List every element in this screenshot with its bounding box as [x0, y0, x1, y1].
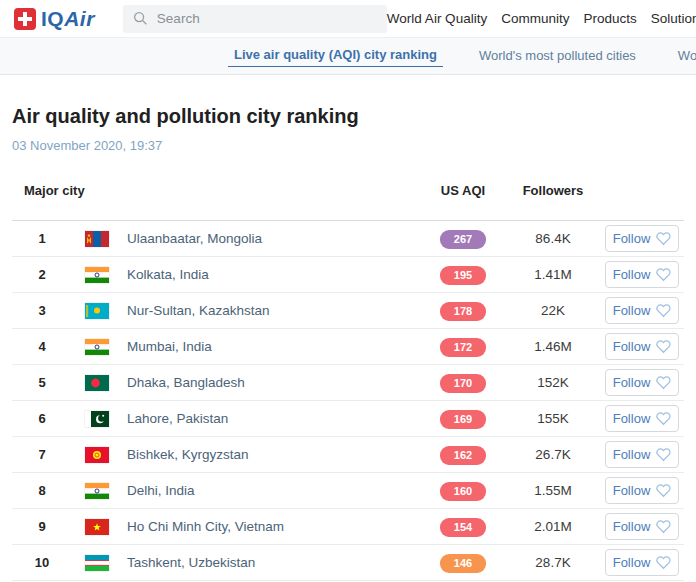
- aqi-badge: 178: [440, 302, 486, 321]
- aqi-badge: 160: [440, 482, 486, 501]
- heart-icon: [656, 375, 671, 390]
- rank-number: 4: [12, 339, 72, 354]
- table-row[interactable]: 4 Mumbai, India 172 1.46M Follow: [12, 329, 684, 365]
- city-link[interactable]: Mumbai, India: [116, 339, 418, 354]
- city-link[interactable]: Delhi, India: [116, 483, 418, 498]
- follow-label: Follow: [613, 375, 651, 390]
- page-content: Air quality and pollution city ranking 0…: [0, 75, 696, 581]
- column-header-us-aqi: US AQI: [418, 183, 508, 198]
- nav-world-air-quality[interactable]: World Air Quality: [387, 11, 487, 26]
- table-row[interactable]: 10 Tashkent, Uzbekistan 146 28.7K Follow: [12, 545, 684, 581]
- table-row[interactable]: 9 Ho Chi Minh City, Vietnam 154 2.01M Fo…: [12, 509, 684, 545]
- rank-number: 1: [12, 231, 72, 246]
- follow-label: Follow: [613, 519, 651, 534]
- table-row[interactable]: 8 Delhi, India 160 1.55M Follow: [12, 473, 684, 509]
- rank-number: 3: [12, 303, 72, 318]
- follow-label: Follow: [613, 303, 651, 318]
- city-link[interactable]: Ulaanbaatar, Mongolia: [116, 231, 418, 246]
- city-link[interactable]: Bishkek, Kyrgyzstan: [116, 447, 418, 462]
- nav-community[interactable]: Community: [501, 11, 569, 26]
- last-updated-timestamp: 03 November 2020, 19:37: [12, 138, 684, 153]
- follow-label: Follow: [613, 231, 651, 246]
- followers-count: 155K: [508, 411, 598, 426]
- column-header-major-city: Major city: [12, 183, 418, 198]
- rank-number: 10: [12, 555, 72, 570]
- follow-button[interactable]: Follow: [605, 369, 679, 396]
- table-row[interactable]: 7 Bishkek, Kyrgyzstan 162 26.7K Follow: [12, 437, 684, 473]
- flag-india-icon: [72, 339, 116, 355]
- heart-icon: [656, 339, 671, 354]
- search-input[interactable]: [157, 11, 377, 26]
- city-link[interactable]: Tashkent, Uzbekistan: [116, 555, 418, 570]
- aqi-badge: 162: [440, 446, 486, 465]
- follow-label: Follow: [613, 267, 651, 282]
- heart-icon: [656, 555, 671, 570]
- logo-text: IQAir: [41, 7, 95, 31]
- follow-label: Follow: [613, 483, 651, 498]
- flag-india-icon: [72, 483, 116, 499]
- follow-label: Follow: [613, 447, 651, 462]
- table-row[interactable]: 3 Nur-Sultan, Kazakhstan 178 22K Follow: [12, 293, 684, 329]
- flag-kazakhstan-icon: [72, 303, 116, 319]
- heart-icon: [656, 519, 671, 534]
- column-header-followers: Followers: [508, 183, 598, 198]
- tab-most-polluted-countries[interactable]: World's most polluted countries: [672, 46, 696, 67]
- followers-count: 1.55M: [508, 483, 598, 498]
- followers-count: 1.41M: [508, 267, 598, 282]
- nav-products[interactable]: Products: [583, 11, 636, 26]
- follow-label: Follow: [613, 411, 651, 426]
- aqi-badge: 267: [440, 230, 486, 249]
- followers-count: 86.4K: [508, 231, 598, 246]
- flag-india-icon: [72, 267, 116, 283]
- follow-button[interactable]: Follow: [605, 477, 679, 504]
- tab-most-polluted-cities[interactable]: World's most polluted cities: [473, 46, 642, 67]
- city-link[interactable]: Nur-Sultan, Kazakhstan: [116, 303, 418, 318]
- iqair-logo[interactable]: IQAir: [14, 7, 95, 31]
- table-row[interactable]: 5 Dhaka, Bangladesh 170 152K Follow: [12, 365, 684, 401]
- search-icon: [133, 11, 148, 26]
- followers-count: 26.7K: [508, 447, 598, 462]
- follow-button[interactable]: Follow: [605, 549, 679, 576]
- aqi-badge: 170: [440, 374, 486, 393]
- follow-label: Follow: [613, 555, 651, 570]
- city-link[interactable]: Dhaka, Bangladesh: [116, 375, 418, 390]
- search-bar[interactable]: [123, 5, 387, 33]
- follow-button[interactable]: Follow: [605, 333, 679, 360]
- follow-button[interactable]: Follow: [605, 513, 679, 540]
- city-link[interactable]: Lahore, Pakistan: [116, 411, 418, 426]
- heart-icon: [656, 267, 671, 282]
- heart-icon: [656, 303, 671, 318]
- followers-count: 28.7K: [508, 555, 598, 570]
- follow-label: Follow: [613, 339, 651, 354]
- flag-kyrgyzstan-icon: [72, 447, 116, 463]
- follow-button[interactable]: Follow: [605, 297, 679, 324]
- flag-bangladesh-icon: [72, 375, 116, 391]
- aqi-badge: 146: [440, 554, 486, 573]
- swiss-cross-icon: [14, 8, 36, 30]
- city-link[interactable]: Kolkata, India: [116, 267, 418, 282]
- rank-number: 8: [12, 483, 72, 498]
- table-row[interactable]: 1 Ulaanbaatar, Mongolia 267 86.4K Follow: [12, 221, 684, 257]
- nav-solutions[interactable]: Solutions: [651, 11, 696, 26]
- follow-button[interactable]: Follow: [605, 405, 679, 432]
- top-header: IQAir World Air Quality Community Produc…: [0, 0, 696, 38]
- aqi-badge: 154: [440, 518, 486, 537]
- table-header-row: Major city US AQI Followers: [12, 183, 684, 221]
- follow-button[interactable]: Follow: [605, 261, 679, 288]
- city-link[interactable]: Ho Chi Minh City, Vietnam: [116, 519, 418, 534]
- page-title: Air quality and pollution city ranking: [12, 105, 684, 128]
- table-row[interactable]: 2 Kolkata, India 195 1.41M Follow: [12, 257, 684, 293]
- main-nav: World Air Quality Community Products Sol…: [387, 11, 696, 26]
- followers-count: 152K: [508, 375, 598, 390]
- table-row[interactable]: 6 Lahore, Pakistan 169 155K Follow: [12, 401, 684, 437]
- tab-live-city-ranking[interactable]: Live air quality (AQI) city ranking: [228, 45, 443, 67]
- aqi-badge: 172: [440, 338, 486, 357]
- followers-count: 2.01M: [508, 519, 598, 534]
- aqi-badge: 169: [440, 410, 486, 429]
- followers-count: 1.46M: [508, 339, 598, 354]
- flag-uzbekistan-icon: [72, 555, 116, 571]
- follow-button[interactable]: Follow: [605, 225, 679, 252]
- heart-icon: [656, 231, 671, 246]
- follow-button[interactable]: Follow: [605, 441, 679, 468]
- rank-number: 5: [12, 375, 72, 390]
